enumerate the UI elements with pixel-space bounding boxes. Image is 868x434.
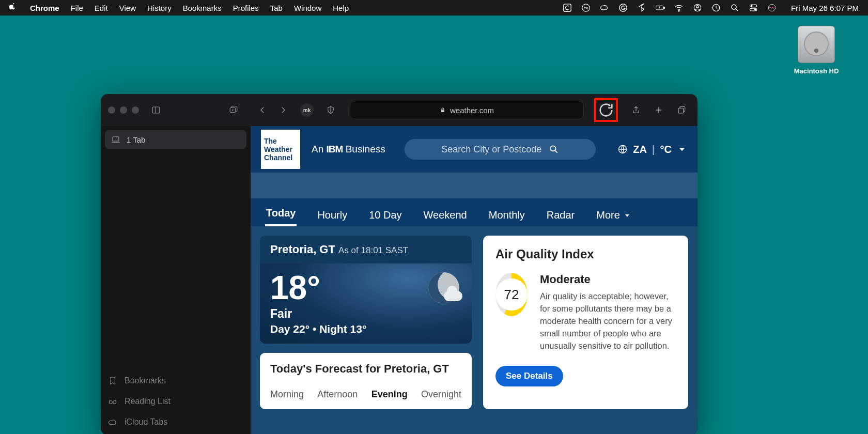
nav-10day[interactable]: 10 Day bbox=[368, 204, 402, 226]
site-search[interactable]: Search City or Postcode bbox=[405, 139, 596, 160]
sidebar-icloud-tabs[interactable]: iCloud Tabs bbox=[105, 415, 246, 429]
current-asof: As of 18:01 SAST bbox=[338, 245, 408, 255]
locale-country: ZA bbox=[633, 144, 647, 156]
glasses-icon bbox=[108, 397, 117, 406]
current-temp: 18° bbox=[270, 269, 320, 307]
svg-point-14 bbox=[754, 9, 756, 10]
timemachine-icon[interactable] bbox=[711, 3, 721, 12]
nav-today[interactable]: Today bbox=[265, 202, 297, 226]
back-button[interactable] bbox=[254, 101, 271, 119]
address-text: weather.com bbox=[450, 106, 494, 115]
share-button[interactable] bbox=[627, 101, 645, 119]
menubar-clock[interactable]: Fri May 26 6:07 PM bbox=[791, 4, 859, 12]
nav-monthly[interactable]: Monthly bbox=[488, 204, 526, 226]
aqi-card: Air Quality Index 72 Moderate Air qualit… bbox=[483, 236, 688, 409]
daypart-evening[interactable]: Evening bbox=[371, 389, 408, 400]
macos-menubar: Chrome File Edit View History Bookmarks … bbox=[0, 0, 868, 16]
today-forecast-card: Today's Forecast for Pretoria, GT Mornin… bbox=[260, 353, 472, 409]
menu-view[interactable]: View bbox=[119, 4, 136, 12]
nav-hourly[interactable]: Hourly bbox=[316, 204, 348, 226]
aqi-value: 72 bbox=[495, 278, 528, 311]
hdd-icon bbox=[798, 26, 835, 63]
sidebar-icloud-label: iCloud Tabs bbox=[125, 417, 167, 427]
night-fair-icon bbox=[428, 272, 459, 303]
svg-point-8 bbox=[696, 6, 699, 8]
active-app-name[interactable]: Chrome bbox=[30, 4, 59, 12]
hdd-label: Macintosh HD bbox=[793, 67, 840, 75]
sidebar-tab-group[interactable]: 1 Tab bbox=[105, 130, 246, 149]
logo-line-1: The bbox=[264, 137, 297, 145]
forward-button[interactable] bbox=[274, 101, 292, 119]
weather-channel-logo[interactable]: The Weather Channel bbox=[261, 130, 300, 169]
refresh-button[interactable] bbox=[597, 101, 615, 119]
extension-mk-icon[interactable]: mk bbox=[300, 103, 314, 117]
svg-point-3 bbox=[619, 4, 627, 11]
menu-bookmarks[interactable]: Bookmarks bbox=[183, 4, 222, 12]
browser-toolbar: mk weather.com bbox=[101, 94, 698, 126]
menu-edit[interactable]: Edit bbox=[95, 4, 108, 12]
logo-line-3: Channel bbox=[264, 153, 297, 162]
aqi-level: Moderate bbox=[540, 273, 676, 286]
search-placeholder: Search City or Postcode bbox=[441, 144, 541, 155]
desktop-hdd[interactable]: Macintosh HD bbox=[793, 26, 840, 75]
privacy-shield-button[interactable] bbox=[322, 101, 339, 119]
menu-help[interactable]: Help bbox=[333, 4, 349, 12]
daypart-morning[interactable]: Morning bbox=[270, 389, 304, 400]
user-icon[interactable] bbox=[693, 3, 702, 12]
svg-point-22 bbox=[551, 146, 556, 151]
current-conditions-card: Pretoria, GT As of 18:01 SAST 18° Fair D… bbox=[260, 236, 472, 344]
grammarly-icon[interactable] bbox=[618, 3, 628, 12]
svg-text:mk: mk bbox=[584, 6, 588, 10]
creative-cloud-icon[interactable] bbox=[600, 3, 609, 12]
bluetooth-icon[interactable] bbox=[637, 3, 646, 12]
locale-unit: °C bbox=[660, 144, 672, 156]
spotlight-icon[interactable] bbox=[730, 3, 739, 12]
apple-menu-icon[interactable] bbox=[9, 3, 19, 13]
page-content: The Weather Channel An IBM Business Sear… bbox=[251, 126, 698, 434]
menu-profiles[interactable]: Profiles bbox=[233, 4, 259, 12]
sidebar-tabcount-label: 1 Tab bbox=[127, 135, 145, 144]
tabs-button[interactable] bbox=[673, 101, 690, 119]
battery-icon[interactable] bbox=[656, 3, 665, 12]
siri-icon[interactable] bbox=[767, 3, 777, 12]
control-center-icon[interactable] bbox=[749, 3, 758, 12]
new-tab-button[interactable] bbox=[650, 101, 668, 119]
wifi-icon[interactable] bbox=[674, 3, 684, 12]
sidebar-reading-list[interactable]: Reading List bbox=[105, 395, 246, 408]
aqi-description: Air quality is acceptable; however, for … bbox=[540, 290, 676, 352]
bookmark-icon bbox=[108, 376, 117, 385]
menu-extra-c-icon[interactable] bbox=[563, 3, 572, 12]
current-condition: Fair bbox=[260, 307, 472, 321]
sidebar-toggle-button[interactable] bbox=[147, 101, 165, 119]
daypart-overnight[interactable]: Overnight bbox=[421, 389, 461, 400]
aqi-details-button[interactable]: See Details bbox=[495, 366, 563, 386]
logo-line-2: Weather bbox=[264, 145, 297, 153]
chevron-down-icon bbox=[677, 144, 687, 154]
menu-file[interactable]: File bbox=[71, 4, 83, 12]
menu-extra-mk-icon[interactable]: mk bbox=[581, 3, 591, 12]
svg-rect-16 bbox=[152, 107, 160, 113]
nav-more[interactable]: More bbox=[595, 204, 632, 226]
daypart-afternoon[interactable]: Afternoon bbox=[317, 389, 358, 400]
menu-tab[interactable]: Tab bbox=[270, 4, 283, 12]
chevron-down-icon bbox=[623, 211, 631, 220]
menu-history[interactable]: History bbox=[147, 4, 172, 12]
locale-selector[interactable]: ZA | °C bbox=[617, 144, 687, 156]
svg-rect-5 bbox=[664, 7, 665, 9]
address-bar[interactable]: weather.com bbox=[350, 101, 584, 119]
svg-rect-18 bbox=[678, 108, 684, 113]
nav-weekend[interactable]: Weekend bbox=[423, 204, 468, 226]
svg-point-10 bbox=[732, 5, 736, 9]
window-controls[interactable] bbox=[108, 106, 139, 114]
sidebar-bookmarks[interactable]: Bookmarks bbox=[105, 374, 246, 388]
site-tagline: An IBM Business bbox=[312, 144, 385, 155]
current-location: Pretoria, GT bbox=[270, 243, 335, 256]
aqi-dial: 72 bbox=[495, 273, 528, 316]
menu-window[interactable]: Window bbox=[294, 4, 321, 12]
svg-point-12 bbox=[751, 5, 752, 7]
current-range: Day 22° • Night 13° bbox=[260, 321, 472, 344]
nav-radar[interactable]: Radar bbox=[546, 204, 576, 226]
tab-overview-button[interactable] bbox=[225, 101, 242, 119]
search-icon bbox=[549, 144, 559, 154]
globe-icon bbox=[617, 144, 628, 154]
